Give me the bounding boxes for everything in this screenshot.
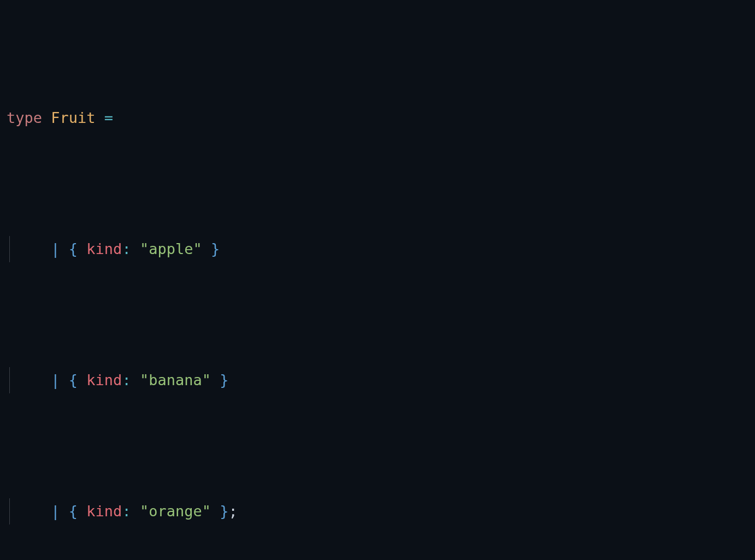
brace-open: { — [69, 503, 78, 520]
space — [211, 372, 220, 388]
indent — [7, 372, 51, 388]
space — [131, 240, 140, 257]
code-line[interactable]: type Fruit = — [0, 105, 755, 131]
prop-key: kind — [86, 503, 122, 520]
brace-open: { — [69, 240, 78, 257]
space — [211, 503, 220, 520]
space — [60, 503, 69, 520]
brace-close: } — [220, 503, 228, 520]
code-editor[interactable]: type Fruit = | { kind: "apple" } | { kin… — [0, 0, 755, 560]
union-pipe: | — [51, 372, 60, 388]
space — [202, 240, 211, 257]
space — [96, 109, 104, 126]
prop-key: kind — [86, 372, 122, 388]
colon: : — [122, 240, 131, 257]
semicolon: ; — [228, 503, 237, 520]
string-literal: "orange" — [140, 503, 211, 520]
space — [60, 372, 69, 388]
code-line[interactable]: | { kind: "banana" } — [0, 367, 755, 393]
type-name: Fruit — [51, 109, 95, 126]
code-line[interactable]: | { kind: "orange" }; — [0, 498, 755, 524]
string-literal: "banana" — [140, 372, 211, 388]
keyword-type: type — [7, 109, 42, 126]
space — [78, 503, 86, 520]
prop-key: kind — [86, 240, 122, 257]
space — [60, 240, 69, 257]
equals-op: = — [104, 109, 113, 126]
colon: : — [122, 372, 131, 388]
space — [131, 372, 140, 388]
string-literal: "apple" — [140, 240, 202, 257]
brace-open: { — [69, 372, 78, 388]
space — [131, 503, 140, 520]
brace-close: } — [220, 372, 228, 388]
colon: : — [122, 503, 131, 520]
space — [78, 372, 86, 388]
code-line[interactable]: | { kind: "apple" } — [0, 236, 755, 262]
indent — [7, 503, 51, 520]
brace-close: } — [211, 240, 220, 257]
union-pipe: | — [51, 503, 60, 520]
space — [42, 109, 51, 126]
union-pipe: | — [51, 240, 60, 257]
indent — [7, 240, 51, 257]
space — [78, 240, 86, 257]
